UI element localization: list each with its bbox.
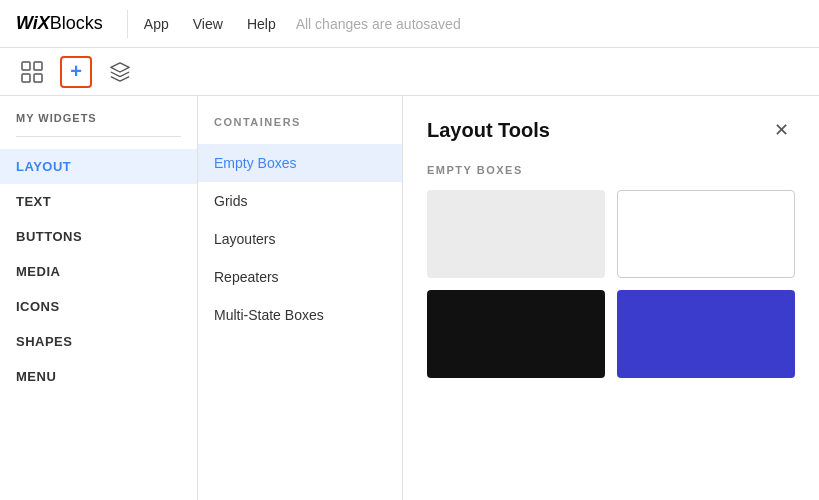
topbar-nav: App View Help bbox=[144, 16, 276, 32]
nav-item-app[interactable]: App bbox=[144, 16, 169, 32]
mid-panel-item-multi-state[interactable]: Multi-State Boxes bbox=[198, 296, 402, 334]
sidebar-item-icons[interactable]: ICONS bbox=[0, 289, 197, 324]
widgets-icon[interactable] bbox=[16, 56, 48, 88]
right-panel-title: Layout Tools bbox=[427, 119, 550, 142]
box-item-light[interactable] bbox=[427, 190, 605, 278]
toolbar: + bbox=[0, 48, 819, 96]
logo-wix: WiX bbox=[16, 13, 50, 34]
box-item-blue[interactable] bbox=[617, 290, 795, 378]
right-panel: Layout Tools ✕ EMPTY BOXES bbox=[403, 96, 819, 500]
section-title-empty-boxes: EMPTY BOXES bbox=[427, 164, 795, 176]
svg-rect-2 bbox=[22, 74, 30, 82]
mid-panel-item-repeaters[interactable]: Repeaters bbox=[198, 258, 402, 296]
autosave-status: All changes are autosaved bbox=[296, 16, 461, 32]
sidebar-item-menu[interactable]: MENU bbox=[0, 359, 197, 394]
sidebar: MY WIDGETS LAYOUT TEXT BUTTONS MEDIA ICO… bbox=[0, 96, 198, 500]
mid-panel: CONTAINERS Empty Boxes Grids Layouters R… bbox=[198, 96, 403, 500]
sidebar-item-buttons[interactable]: BUTTONS bbox=[0, 219, 197, 254]
logo: WiXBlocks bbox=[16, 13, 103, 34]
add-button[interactable]: + bbox=[60, 56, 92, 88]
box-item-dark[interactable] bbox=[427, 290, 605, 378]
mid-panel-title: CONTAINERS bbox=[198, 116, 402, 144]
sidebar-divider bbox=[16, 136, 181, 137]
mid-panel-item-layouters[interactable]: Layouters bbox=[198, 220, 402, 258]
box-item-outlined[interactable] bbox=[617, 190, 795, 278]
topbar: WiXBlocks App View Help All changes are … bbox=[0, 0, 819, 48]
mid-panel-item-empty-boxes[interactable]: Empty Boxes bbox=[198, 144, 402, 182]
sidebar-item-layout[interactable]: LAYOUT bbox=[0, 149, 197, 184]
logo-blocks: Blocks bbox=[50, 13, 103, 34]
sidebar-item-shapes[interactable]: SHAPES bbox=[0, 324, 197, 359]
svg-rect-1 bbox=[34, 62, 42, 70]
svg-rect-3 bbox=[34, 74, 42, 82]
boxes-grid bbox=[427, 190, 795, 378]
sidebar-item-media[interactable]: MEDIA bbox=[0, 254, 197, 289]
layers-icon[interactable] bbox=[104, 56, 136, 88]
close-button[interactable]: ✕ bbox=[767, 116, 795, 144]
main-content: MY WIDGETS LAYOUT TEXT BUTTONS MEDIA ICO… bbox=[0, 96, 819, 500]
sidebar-title: MY WIDGETS bbox=[0, 112, 197, 136]
topbar-divider bbox=[127, 10, 128, 38]
right-panel-header: Layout Tools ✕ bbox=[427, 116, 795, 144]
mid-panel-item-grids[interactable]: Grids bbox=[198, 182, 402, 220]
svg-rect-0 bbox=[22, 62, 30, 70]
sidebar-item-text[interactable]: TEXT bbox=[0, 184, 197, 219]
nav-item-help[interactable]: Help bbox=[247, 16, 276, 32]
nav-item-view[interactable]: View bbox=[193, 16, 223, 32]
